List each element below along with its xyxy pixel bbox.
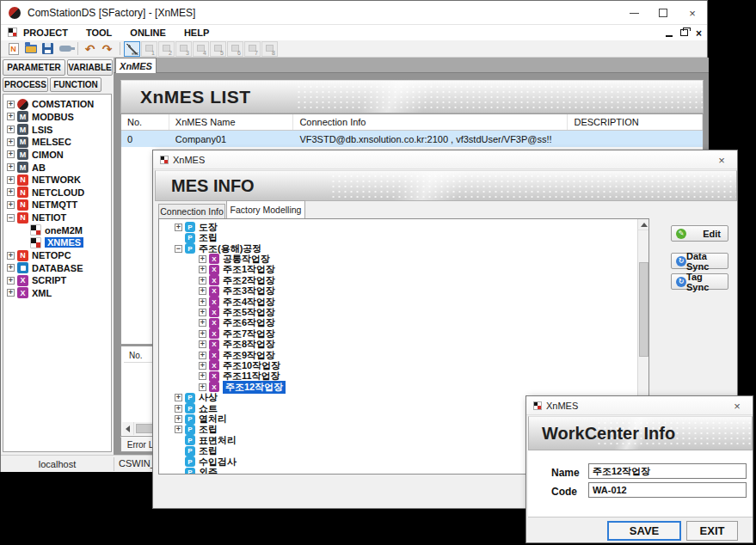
open-button[interactable] (22, 41, 39, 57)
column-header[interactable]: DESCRIPTION (568, 114, 703, 130)
expand-toggle-icon[interactable]: + (7, 163, 15, 171)
expand-toggle-icon[interactable]: + (7, 176, 15, 184)
expand-toggle-icon[interactable]: + (199, 298, 206, 306)
expand-toggle-icon[interactable]: + (7, 113, 15, 120)
expand-toggle-icon[interactable]: + (175, 394, 182, 401)
expand-toggle-icon[interactable]: + (199, 319, 206, 327)
code-field[interactable] (588, 482, 747, 498)
toolbar-button-6[interactable]: 6 (227, 41, 243, 57)
tree-item[interactable]: oneM2M (3, 224, 111, 236)
toolbar-button-2[interactable]: 2 (158, 41, 175, 57)
esc-tool-button[interactable]: esc (124, 41, 140, 57)
expand-toggle-icon[interactable]: + (199, 340, 206, 348)
connect-button[interactable] (57, 41, 73, 57)
expand-toggle-icon[interactable]: + (175, 426, 182, 433)
scrollbar-thumb[interactable] (639, 262, 648, 357)
expand-toggle-icon[interactable]: + (7, 277, 15, 285)
tree-item[interactable]: +P도장 (159, 222, 648, 232)
tree-item[interactable]: +MMELSEC (3, 136, 111, 149)
tree-item[interactable]: XNMES (3, 236, 111, 249)
expand-toggle-icon[interactable]: + (7, 138, 15, 146)
expand-toggle-icon[interactable]: + (7, 101, 15, 108)
redo-button[interactable]: ↷ (99, 41, 115, 57)
expand-toggle-icon[interactable]: + (199, 372, 206, 380)
expand-toggle-icon[interactable]: + (199, 352, 206, 359)
tab-variable[interactable]: VARIABLE (67, 59, 113, 76)
toolbar-button-5[interactable]: 5 (210, 41, 226, 57)
tree-item[interactable]: +X주조12작업장 (159, 382, 648, 392)
expand-toggle-icon[interactable]: + (199, 287, 206, 295)
expand-toggle-icon[interactable]: + (199, 277, 206, 285)
tab-xnmes[interactable]: XnMES (115, 58, 157, 73)
expand-toggle-icon[interactable]: + (199, 266, 206, 273)
expand-toggle-icon[interactable]: + (199, 330, 206, 338)
column-header[interactable]: XnMES Name (169, 114, 294, 130)
close-button[interactable]: × (679, 6, 705, 20)
menu-tool[interactable]: TOOL (86, 28, 112, 38)
data-sync-button[interactable]: ↻Data Sync (671, 253, 728, 269)
tree-item[interactable]: −NNETIOT (3, 211, 111, 224)
menu-project[interactable]: PROJECT (23, 28, 68, 38)
tree-item[interactable]: +NNETWORK (3, 174, 111, 187)
expand-toggle-icon[interactable]: + (7, 289, 15, 297)
column-header[interactable]: Connection Info (293, 114, 568, 130)
expand-toggle-icon[interactable]: + (175, 224, 182, 231)
collapse-toggle-icon[interactable]: − (175, 245, 182, 253)
expand-toggle-icon[interactable]: + (199, 383, 206, 391)
tree-item[interactable]: +MCIMON (3, 149, 111, 162)
tree-item[interactable]: +NNETCLOUD (3, 186, 111, 199)
tree-item[interactable]: +MMODBUS (3, 111, 111, 124)
expand-toggle-icon[interactable]: + (199, 362, 206, 370)
minimize-button[interactable] (621, 6, 647, 20)
toolbar-button-8[interactable]: 8 (261, 41, 278, 57)
expand-toggle-icon[interactable]: + (175, 415, 182, 423)
expand-toggle-icon[interactable]: + (199, 255, 206, 263)
menu-online[interactable]: ONLINE (130, 28, 166, 38)
tab-connection-info[interactable]: Connection Info (158, 204, 225, 218)
save-button[interactable]: SAVE (607, 521, 681, 541)
column-header[interactable]: No. (121, 114, 169, 130)
expand-toggle-icon[interactable]: + (7, 201, 15, 209)
mdi-minimize-button[interactable] (666, 29, 673, 37)
scroll-left-button[interactable] (122, 422, 134, 435)
expand-toggle-icon[interactable]: + (199, 309, 206, 316)
mdi-restore-button[interactable] (680, 29, 688, 36)
new-project-button[interactable]: N (5, 41, 22, 57)
tree-item[interactable]: +MAB (3, 161, 111, 174)
edit-button[interactable]: ✎Edit (671, 225, 728, 242)
name-field[interactable] (588, 463, 747, 479)
expand-toggle-icon[interactable]: + (7, 252, 15, 260)
expand-toggle-icon[interactable]: + (7, 126, 15, 133)
expand-toggle-icon[interactable]: + (7, 188, 15, 196)
expand-toggle-icon[interactable]: + (175, 405, 182, 413)
tree-item[interactable]: +NNETMQTT (3, 199, 111, 211)
dialog-close-button[interactable]: × (715, 154, 728, 167)
toolbar-button-7[interactable]: 7 (244, 41, 261, 57)
tag-sync-button[interactable]: ↻Tag Sync (671, 273, 728, 290)
tree-item[interactable]: +MLSIS (3, 123, 111, 136)
table-row[interactable]: 0Company01VF3STD@db.xnsolution.co.kr:210… (121, 131, 703, 147)
tree-item[interactable]: +DATABASE (3, 261, 111, 274)
tree-item[interactable]: +XXML (3, 287, 111, 300)
mdi-close-button[interactable]: × (696, 25, 702, 40)
tab-function[interactable]: FUNCTION (50, 77, 101, 92)
expand-toggle-icon[interactable]: + (7, 150, 15, 158)
tree-item[interactable]: +NNETOPC (3, 249, 111, 262)
menu-help[interactable]: HELP (184, 28, 209, 38)
tab-factory-modelling[interactable]: Factory Modelling (226, 200, 305, 218)
exit-button[interactable]: EXIT (686, 521, 738, 541)
maximize-button[interactable] (650, 6, 676, 20)
scroll-up-button[interactable] (638, 219, 649, 230)
toolbar-button-4[interactable]: 4 (193, 41, 209, 57)
undo-button[interactable]: ↶ (82, 41, 98, 57)
dialog-close-button[interactable]: × (730, 400, 744, 413)
tab-process[interactable]: PROCESS (3, 77, 48, 92)
tree-item[interactable]: +XSCRIPT (3, 274, 111, 287)
tab-parameter[interactable]: PARAMETER (3, 59, 65, 76)
toolbar-button-1[interactable]: 1 (141, 41, 157, 57)
collapse-toggle-icon[interactable]: − (7, 214, 15, 222)
toolbar-button-3[interactable]: 3 (175, 41, 192, 57)
tree-item[interactable]: +COMSTATION (3, 98, 111, 111)
save-button[interactable] (40, 41, 56, 57)
expand-toggle-icon[interactable]: + (7, 264, 15, 272)
